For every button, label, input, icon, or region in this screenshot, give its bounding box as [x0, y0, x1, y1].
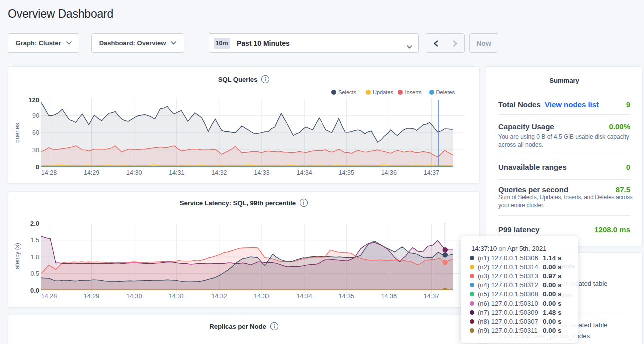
svg-text:30: 30 [32, 147, 39, 154]
svg-text:14:37: 14:37 [424, 169, 439, 176]
svg-text:14:31: 14:31 [169, 293, 184, 300]
svg-text:14:36: 14:36 [381, 293, 397, 300]
svg-text:120: 120 [28, 96, 39, 104]
svg-text:queries: queries [14, 123, 21, 142]
svg-text:0.0: 0.0 [30, 287, 39, 294]
svg-text:2.0: 2.0 [30, 220, 39, 227]
svg-text:14:32: 14:32 [211, 169, 227, 176]
svg-text:14:37: 14:37 [424, 293, 439, 300]
svg-text:14:29: 14:29 [84, 293, 99, 300]
svg-text:14:31: 14:31 [169, 169, 184, 176]
svg-text:14:30: 14:30 [126, 169, 142, 176]
svg-text:14:29: 14:29 [84, 169, 99, 176]
svg-text:14:34: 14:34 [296, 169, 312, 176]
svg-text:90: 90 [32, 112, 39, 119]
svg-text:14:28: 14:28 [41, 169, 57, 176]
svg-text:14:35: 14:35 [339, 293, 354, 300]
svg-text:14:33: 14:33 [254, 293, 269, 300]
svg-text:14:34: 14:34 [296, 293, 312, 300]
svg-text:14:36: 14:36 [381, 169, 397, 176]
svg-text:1.0: 1.0 [31, 254, 39, 261]
svg-text:latency (s): latency (s) [14, 243, 21, 270]
svg-text:0.5: 0.5 [31, 270, 39, 277]
svg-text:0: 0 [36, 163, 39, 171]
svg-text:1.5: 1.5 [31, 237, 39, 244]
svg-text:14:30: 14:30 [126, 293, 142, 300]
svg-text:14:28: 14:28 [41, 293, 57, 300]
svg-text:14:35: 14:35 [339, 169, 354, 176]
svg-text:14:33: 14:33 [254, 169, 269, 176]
svg-text:60: 60 [32, 129, 39, 136]
svg-text:14:32: 14:32 [211, 293, 227, 300]
